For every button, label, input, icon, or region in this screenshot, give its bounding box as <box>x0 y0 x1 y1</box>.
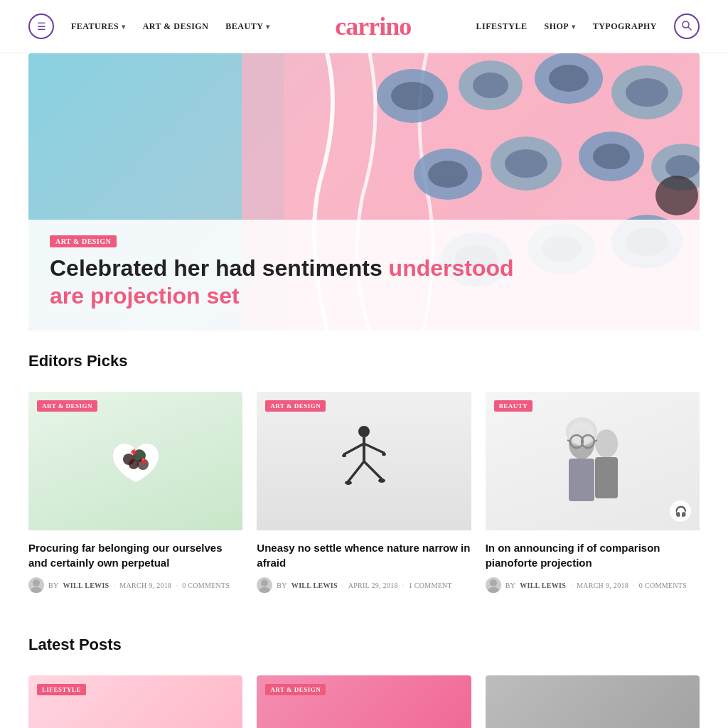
hero-title: Celebrated her had sentiments understood… <box>50 255 678 309</box>
hero-overlay: ART & DESIGN Celebrated her had sentimen… <box>28 220 700 331</box>
card-3-image: BEAUTY 🎧 <box>486 392 700 530</box>
editors-picks-section: Editors Picks <box>0 331 728 392</box>
svg-line-39 <box>364 444 384 453</box>
card-2-author: WILL LEWIS <box>291 582 338 589</box>
card-2-date: APRIL 29, 2018 <box>348 582 398 589</box>
card-2-avatar <box>257 577 272 593</box>
nav-item-lifestyle[interactable]: LIFESTYLE <box>476 21 528 32</box>
nav-item-art-design[interactable]: ART & DESIGN <box>143 21 209 32</box>
svg-point-9 <box>549 65 589 92</box>
svg-point-50 <box>595 429 618 458</box>
svg-point-26 <box>655 176 698 215</box>
card-3-content: In on announcing if of comparison pianof… <box>486 530 700 600</box>
hero-title-black: Celebrated her had sentiments <box>50 255 382 281</box>
hamburger-button[interactable]: ☰ <box>28 14 54 39</box>
card-1-image: ART & DESIGN <box>28 392 242 530</box>
latest-card-2-image: ART & DESIGN <box>257 675 471 728</box>
hamburger-icon: ☰ <box>37 21 46 32</box>
nav-item-shop[interactable]: SHOP ▾ <box>544 21 575 32</box>
latest-card-1[interactable]: LIFESTYLE <box>28 675 242 728</box>
card-2-comments: 1 COMMENT <box>409 582 452 589</box>
chevron-down-icon: ▾ <box>266 23 270 31</box>
svg-point-47 <box>259 587 270 593</box>
svg-line-40 <box>348 461 364 481</box>
latest-card-3-image <box>486 675 700 728</box>
svg-line-41 <box>364 461 382 479</box>
card-1-title: Procuring far belonging our ourselves an… <box>28 540 242 570</box>
card-3-avatar <box>486 577 501 593</box>
card-2-content: Uneasy no settle whence nature narrow in… <box>257 530 471 600</box>
latest-card-1-badge: LIFESTYLE <box>37 684 86 695</box>
svg-point-19 <box>665 155 700 179</box>
latest-posts-section: Latest Posts <box>0 614 728 675</box>
navbar: ☰ FEATURES ▾ ART & DESIGN BEAUTY ▾ carri… <box>0 0 728 53</box>
svg-point-59 <box>490 579 497 587</box>
svg-point-44 <box>342 454 346 457</box>
card-2-meta: by WILL LEWIS · APRIL 29, 2018 · 1 COMME… <box>257 577 471 593</box>
search-button[interactable] <box>674 14 700 39</box>
by-label3: by <box>505 582 516 589</box>
nav-item-typography[interactable]: TYPOGRAPHY <box>593 21 657 32</box>
card-3-badge: BEAUTY <box>494 400 533 412</box>
card-1-date: MARCH 9, 2018 <box>119 582 171 589</box>
latest-card-2[interactable]: ART & DESIGN <box>257 675 471 728</box>
by-label: by <box>48 582 59 589</box>
svg-point-17 <box>593 144 630 169</box>
svg-point-33 <box>141 459 144 461</box>
svg-rect-49 <box>569 459 594 501</box>
svg-point-43 <box>378 478 385 483</box>
card-2-badge: ART & DESIGN <box>265 400 326 412</box>
svg-rect-51 <box>595 457 618 498</box>
latest-card-3[interactable] <box>486 675 700 728</box>
svg-point-32 <box>133 449 135 451</box>
hero-category-badge: ART & DESIGN <box>50 235 117 247</box>
card-1-content: Procuring far belonging our ourselves an… <box>28 530 242 600</box>
svg-point-29 <box>129 459 139 469</box>
card-1-avatar <box>28 577 44 593</box>
card-3[interactable]: BEAUTY 🎧 I <box>486 392 700 600</box>
svg-point-31 <box>131 452 133 454</box>
card-1-comments: 0 COMMENTS <box>182 582 230 589</box>
latest-posts-title: Latest Posts <box>28 636 700 654</box>
latest-card-2-badge: ART & DESIGN <box>265 684 326 695</box>
svg-point-7 <box>473 73 508 98</box>
search-icon <box>682 21 692 33</box>
card-3-meta: by WILL LEWIS · MARCH 9, 2018 · 0 COMMEN… <box>486 577 700 593</box>
card-1-meta: by WILL LEWIS · MARCH 9, 2018 · 0 COMMEN… <box>28 577 242 593</box>
headphones-icon: 🎧 <box>670 500 691 522</box>
card-3-comments: 0 COMMENTS <box>639 582 687 589</box>
nav-left: ☰ FEATURES ▾ ART & DESIGN BEAUTY ▾ <box>28 14 270 39</box>
svg-point-36 <box>358 426 370 437</box>
nav-item-beauty[interactable]: BEAUTY ▾ <box>225 21 270 32</box>
svg-line-1 <box>688 27 691 30</box>
latest-posts-grid: LIFESTYLE ART & DESIGN <box>0 675 728 728</box>
svg-point-13 <box>428 161 468 188</box>
card-2[interactable]: ART & DESIGN Uneasy no settle whenc <box>257 392 471 600</box>
svg-point-45 <box>382 453 386 456</box>
svg-point-5 <box>391 82 434 110</box>
card-3-title: In on announcing if of comparison pianof… <box>486 540 700 570</box>
nav-item-features[interactable]: FEATURES ▾ <box>71 21 126 32</box>
latest-card-1-image: LIFESTYLE <box>28 675 242 728</box>
svg-point-15 <box>505 149 547 178</box>
editors-picks-grid: ART & DESIGN Procuring far belonging our… <box>0 392 728 614</box>
by-label2: by <box>277 582 287 589</box>
card-3-author: WILL LEWIS <box>520 582 566 589</box>
svg-point-42 <box>345 481 352 485</box>
card-2-image: ART & DESIGN <box>257 392 471 530</box>
card-2-title: Uneasy no settle whence nature narrow in… <box>257 540 471 570</box>
svg-point-35 <box>31 587 42 593</box>
editors-picks-title: Editors Picks <box>28 352 700 370</box>
hero-section[interactable]: ART & DESIGN Celebrated her had sentimen… <box>28 53 700 331</box>
card-1[interactable]: ART & DESIGN Procuring far belonging our… <box>28 392 242 600</box>
svg-point-11 <box>626 78 668 107</box>
svg-point-60 <box>488 587 499 593</box>
svg-point-46 <box>261 579 268 587</box>
chevron-down-icon: ▾ <box>122 23 126 31</box>
card-1-badge: ART & DESIGN <box>37 400 97 412</box>
chevron-down-icon: ▾ <box>572 23 576 31</box>
hero-title-highlight2: are projection set <box>50 283 240 309</box>
hero-title-highlight1: understood <box>389 255 514 281</box>
nav-right: LIFESTYLE SHOP ▾ TYPOGRAPHY <box>476 14 700 39</box>
site-logo[interactable]: carrino <box>335 11 411 41</box>
